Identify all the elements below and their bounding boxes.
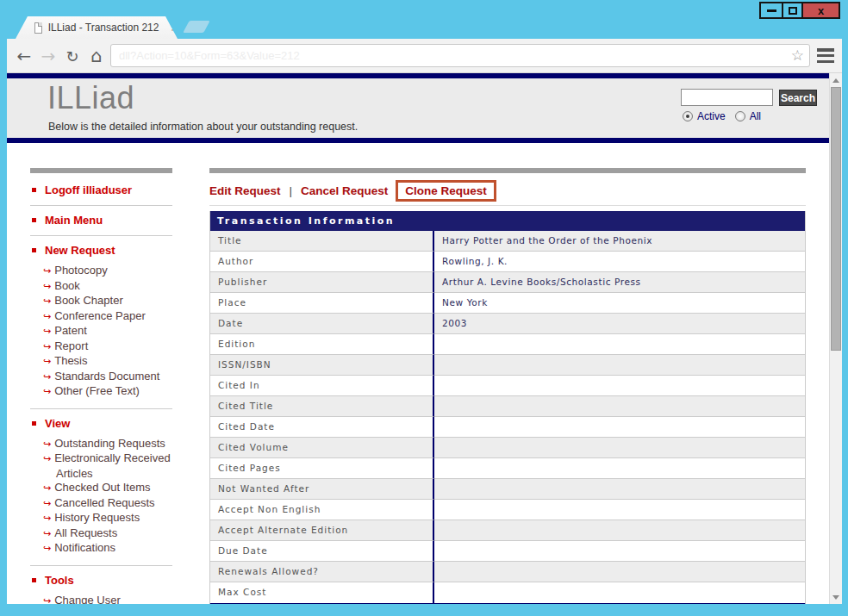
- bullet-icon: [32, 218, 36, 222]
- table-row: PublisherArthur A. Levine Books/Scholast…: [210, 272, 805, 293]
- actions-divider: [209, 205, 806, 206]
- tab-title: ILLiad - Transaction 212: [48, 22, 159, 34]
- radio-all[interactable]: [735, 111, 745, 121]
- item-arrow-icon: ↪: [43, 543, 51, 554]
- radio-active-label[interactable]: Active: [697, 110, 726, 122]
- edit-request-link[interactable]: Edit Request: [209, 184, 281, 197]
- table-row: Cited Volume: [210, 438, 805, 458]
- window-minimize-button[interactable]: [759, 2, 783, 19]
- item-arrow-icon: ↪: [43, 386, 51, 397]
- clone-request-link[interactable]: Clone Request: [405, 184, 487, 197]
- sidebar-item-tools[interactable]: Tools: [30, 574, 172, 587]
- main-content: Edit Request | Cancel Request Clone Requ…: [209, 168, 806, 604]
- new-tab-button[interactable]: [183, 21, 209, 33]
- sidebar-item-change-user-information[interactable]: ↪Change User Information: [30, 594, 172, 605]
- sidebar-item-report[interactable]: ↪Report: [30, 339, 172, 355]
- sidebar-item-standards-document[interactable]: ↪Standards Document: [30, 370, 172, 385]
- reload-icon[interactable]: ↻: [62, 39, 83, 73]
- sidebar-item-thesis[interactable]: ↪Thesis: [30, 354, 172, 370]
- sidebar-item-cancelled-requests[interactable]: ↪Cancelled Requests: [30, 496, 172, 512]
- table-row: ISSN/ISBN: [210, 355, 805, 376]
- table-row: Not Wanted After: [210, 479, 805, 500]
- radio-active[interactable]: [683, 111, 693, 121]
- item-arrow-icon: ↪: [43, 296, 51, 307]
- sidebar-item-book[interactable]: ↪Book: [30, 279, 172, 295]
- main-top-bar: [209, 168, 806, 173]
- sidebar-item-new-request[interactable]: New Request: [30, 244, 172, 257]
- item-arrow-icon: ↪: [43, 371, 51, 383]
- menu-icon[interactable]: [817, 48, 834, 63]
- sidebar-item-photocopy[interactable]: ↪Photocopy: [30, 264, 172, 279]
- window-close-button[interactable]: x: [801, 2, 840, 19]
- sidebar-item-conference-paper[interactable]: ↪Conference Paper: [30, 309, 172, 325]
- sidebar-top-bar: [30, 168, 172, 173]
- transaction-table: Transaction Information TitleHarry Potte…: [209, 211, 806, 604]
- home-icon[interactable]: ⌂: [86, 39, 107, 73]
- sidebar-item-checked-out-items[interactable]: ↪Checked Out Items: [30, 481, 172, 496]
- table-row: Max Cost: [210, 582, 805, 603]
- table-row: AuthorRowling, J. K.: [210, 252, 805, 272]
- sidebar-item-history-requests[interactable]: ↪History Requests: [30, 511, 172, 526]
- sidebar-section-view: View ↪Outstanding Requests ↪Electronical…: [30, 408, 172, 565]
- sidebar-item-logoff[interactable]: Logoff illiaduser: [30, 184, 172, 196]
- sidebar-item-all-requests[interactable]: ↪All Requests: [30, 526, 172, 542]
- scroll-down-button[interactable]: [830, 590, 842, 604]
- browser-tab[interactable]: ILLiad - Transaction 212 ×: [16, 16, 178, 39]
- page-viewport: ILLiad Below is the detailed information…: [7, 73, 829, 604]
- forward-icon[interactable]: →: [38, 39, 59, 73]
- back-icon[interactable]: ←: [14, 39, 34, 73]
- site-logo: ILLiad: [47, 80, 134, 116]
- item-arrow-icon: ↪: [43, 326, 51, 337]
- item-arrow-icon: ↪: [43, 528, 51, 539]
- sidebar-item-electronically-received-articles[interactable]: ↪Electronically Received Articles: [30, 451, 172, 481]
- sidebar-item-outstanding-requests[interactable]: ↪Outstanding Requests: [30, 437, 172, 452]
- close-icon: x: [818, 4, 824, 17]
- sidebar-item-other-free-text[interactable]: ↪Other (Free Text): [30, 384, 172, 400]
- sidebar-item-view[interactable]: View: [30, 417, 172, 430]
- bullet-icon: [32, 421, 36, 426]
- search-button[interactable]: Search: [779, 90, 817, 106]
- item-arrow-icon: ↪: [43, 341, 51, 352]
- clone-request-highlight-box: Clone Request: [396, 180, 496, 202]
- scrollbar-thumb[interactable]: [831, 87, 841, 351]
- bullet-icon: [32, 578, 36, 582]
- search-scope-radios: Active All: [683, 110, 766, 122]
- scroll-up-button[interactable]: [830, 73, 842, 87]
- table-row: PlaceNew York: [210, 293, 805, 314]
- item-arrow-icon: ↪: [43, 595, 51, 605]
- table-row: Renewals Allowed?: [210, 562, 805, 582]
- sidebar-item-main-menu[interactable]: Main Menu: [30, 214, 172, 227]
- url-text: dll?Action=10&Form=63&Value=212: [119, 45, 300, 66]
- table-row: Accept Alternate Edition: [210, 520, 805, 541]
- table-row: Edition: [210, 334, 805, 355]
- item-arrow-icon: ↪: [43, 356, 51, 367]
- table-row: Cited In: [210, 376, 805, 396]
- item-arrow-icon: ↪: [43, 513, 51, 524]
- item-arrow-icon: ↪: [43, 265, 51, 277]
- window-maximize-button[interactable]: [782, 2, 803, 19]
- sidebar-section-main-menu: Main Menu: [30, 205, 172, 235]
- bookmark-star-icon[interactable]: ☆: [791, 47, 804, 64]
- page-description: Below is the detailed information about …: [48, 121, 358, 133]
- table-row: Cited Pages: [210, 458, 805, 479]
- maximize-icon: [789, 7, 797, 15]
- arrow-up-icon: [832, 78, 839, 83]
- browser-toolbar: ← → ↻ ⌂ dll?Action=10&Form=63&Value=212 …: [7, 39, 842, 73]
- page-scrollbar[interactable]: [829, 73, 842, 604]
- radio-all-label[interactable]: All: [750, 110, 761, 122]
- table-row: TitleHarry Potter and the Order of the P…: [210, 231, 805, 252]
- sidebar-section-logoff: Logoff illiaduser: [30, 176, 172, 205]
- browser-window: x ILLiad - Transaction 212 × ← → ↻ ⌂ dll…: [0, 0, 848, 616]
- cancel-request-link[interactable]: Cancel Request: [301, 184, 388, 197]
- transaction-table-rows: TitleHarry Potter and the Order of the P…: [210, 231, 805, 603]
- sidebar-nav: Logoff illiaduser Main Menu New Request …: [30, 168, 172, 604]
- sidebar-item-notifications[interactable]: ↪Notifications: [30, 541, 172, 557]
- sidebar-item-book-chapter[interactable]: ↪Book Chapter: [30, 294, 172, 309]
- tab-close-icon[interactable]: ×: [171, 22, 178, 34]
- address-bar[interactable]: dll?Action=10&Form=63&Value=212 ☆: [110, 44, 810, 67]
- search-input[interactable]: [681, 89, 773, 106]
- transaction-table-title: Transaction Information: [210, 211, 805, 231]
- request-actions: Edit Request | Cancel Request Clone Requ…: [209, 179, 806, 202]
- sidebar-item-patent[interactable]: ↪Patent: [30, 324, 172, 339]
- item-arrow-icon: ↪: [43, 498, 51, 509]
